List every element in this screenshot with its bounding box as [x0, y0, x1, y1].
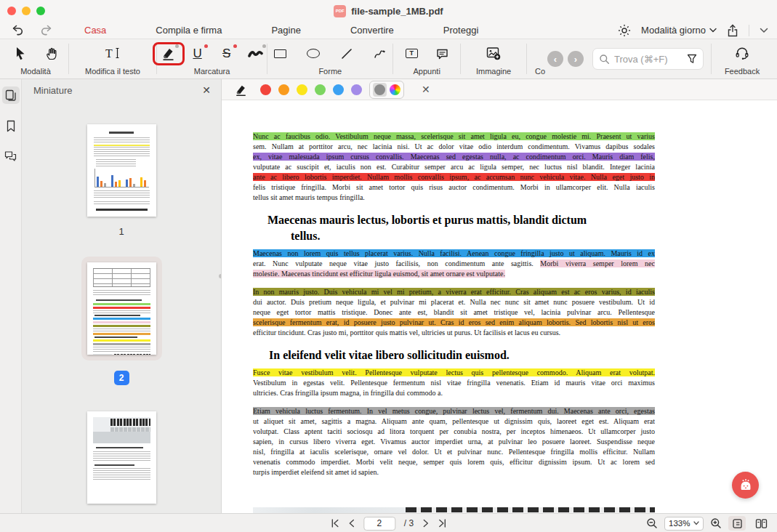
- palette-color-blue[interactable]: [333, 84, 344, 95]
- palette-color-orange[interactable]: [278, 84, 289, 95]
- palette-color-green[interactable]: [315, 84, 326, 95]
- rectangle-shape-tool[interactable]: [270, 44, 289, 63]
- document-viewer: ✕ Nunc ac faucibus odio. Vestibulum nequ…: [222, 79, 777, 513]
- underline-tool[interactable]: U: [188, 44, 207, 63]
- pdf-file-icon: PDF: [334, 5, 346, 17]
- group-label-appunti: Appunti: [414, 67, 440, 76]
- window-title: file-sample_1MB.pdf: [351, 6, 443, 17]
- feedback-headset-icon[interactable]: [733, 44, 752, 63]
- doc-paragraph: Fusce vitae vestibulum velit. Pellentesq…: [253, 368, 655, 398]
- page-number-2-badge: 2: [114, 371, 129, 385]
- zoom-out-icon[interactable]: [646, 517, 658, 529]
- titlebar: PDF file-sample_1MB.pdf: [0, 0, 777, 22]
- toolbar-scroll-left-button[interactable]: ‹: [547, 51, 563, 67]
- first-page-button[interactable]: [330, 519, 339, 528]
- select-cursor-tool[interactable]: [10, 44, 29, 63]
- doc-line: ex, vitae malesuada ipsum cursus convall…: [253, 152, 655, 162]
- toolbar-scroll-right-button[interactable]: ›: [568, 51, 584, 67]
- assistant-robot-button[interactable]: [732, 472, 759, 499]
- squiggly-marker-tool[interactable]: [246, 44, 265, 63]
- doc-line: Nunc ac faucibus odio. Vestibulum neque …: [253, 132, 655, 142]
- sidebar-close-icon[interactable]: ✕: [202, 84, 211, 96]
- zoom-level-dropdown[interactable]: 133%: [664, 517, 704, 531]
- page-thumbnail-2[interactable]: [87, 262, 156, 355]
- brightness-icon: [618, 24, 631, 37]
- two-page-view-button[interactable]: [752, 516, 770, 531]
- group-label-forme: Forme: [318, 67, 342, 76]
- undo-icon[interactable]: [12, 25, 24, 36]
- page-thumbnail-1[interactable]: [87, 124, 156, 217]
- doc-line: neque eget tortor mattis tristique. Done…: [253, 307, 655, 318]
- previous-page-button[interactable]: [348, 519, 355, 528]
- doc-paragraph: In non mauris justo. Duis vehicula mi ve…: [253, 287, 655, 338]
- palette-color-yellow[interactable]: [297, 84, 307, 95]
- edit-text-tool[interactable]: T: [103, 44, 122, 63]
- doc-line: In non mauris justo. Duis vehicula mi ve…: [253, 287, 655, 297]
- search-box[interactable]: [592, 48, 704, 70]
- group-label-immagine: Immagine: [476, 67, 511, 76]
- current-page-input[interactable]: [363, 517, 395, 531]
- text-box-note-tool[interactable]: T: [402, 44, 421, 63]
- strikethrough-tool[interactable]: S: [217, 44, 236, 63]
- palette-color-purple[interactable]: [351, 84, 362, 95]
- svg-text:T: T: [105, 47, 113, 60]
- comment-note-tool[interactable]: [432, 44, 451, 63]
- tab-casa[interactable]: Casa: [81, 23, 109, 37]
- bottom-status-bar: / 3 133%: [0, 513, 777, 532]
- search-input[interactable]: [614, 54, 683, 65]
- share-icon[interactable]: [727, 24, 738, 37]
- left-icon-rail: [0, 79, 22, 513]
- zoom-in-icon[interactable]: [710, 517, 722, 529]
- single-page-view-button[interactable]: [728, 516, 746, 531]
- comments-panel-icon[interactable]: [2, 148, 20, 165]
- search-icon: [599, 54, 610, 65]
- palette-color-gray-selected[interactable]: [374, 84, 385, 95]
- minimize-window-button[interactable]: [22, 7, 31, 15]
- redo-icon[interactable]: [40, 25, 52, 36]
- collapse-toolbar-chevron-icon[interactable]: [760, 28, 768, 33]
- freehand-pencil-tool[interactable]: [371, 44, 390, 63]
- close-window-button[interactable]: [7, 7, 16, 15]
- thumbnails-panel-icon[interactable]: [2, 86, 20, 104]
- ellipse-shape-tool[interactable]: [304, 44, 323, 63]
- doc-line: efficitur tincidunt. Cras justo mi, port…: [253, 328, 655, 338]
- add-image-tool[interactable]: [484, 44, 503, 63]
- display-mode-dropdown[interactable]: Modalità giorno: [641, 25, 717, 36]
- traffic-lights: [7, 7, 45, 15]
- group-label-collegamento-truncated: Co: [535, 67, 545, 76]
- last-page-button[interactable]: [438, 519, 447, 528]
- doc-line: dui auctor. Duis pretium neque ligula, e…: [253, 297, 655, 307]
- highlight-tool[interactable]: [159, 44, 178, 63]
- embedded-photo-top-edge: [253, 507, 655, 513]
- doc-paragraph: Nunc ac faucibus odio. Vestibulum neque …: [253, 132, 655, 203]
- robot-icon: [738, 477, 754, 493]
- filter-funnel-icon[interactable]: [687, 54, 697, 64]
- doc-paragraph: Etiam vehicula luctus fermentum. In vel …: [253, 406, 655, 477]
- zoom-window-button[interactable]: [36, 7, 45, 15]
- hand-pan-tool[interactable]: [42, 44, 61, 63]
- tab-pagine[interactable]: Pagine: [268, 23, 303, 37]
- palette-custom-color-wheel[interactable]: [390, 84, 400, 95]
- tab-bar: CasaCompila e firmaPagineConvertireProte…: [0, 22, 777, 39]
- doc-line: vulputate ac suscipit et, iaculis non es…: [253, 162, 655, 172]
- close-color-toolbar-icon[interactable]: ✕: [422, 84, 430, 95]
- pdf-page[interactable]: Nunc ac faucibus odio. Vestibulum neque …: [222, 100, 777, 513]
- doc-line: ut aliquet sit amet, sagittis a magna. A…: [253, 416, 655, 427]
- tab-proteggi[interactable]: Proteggi: [440, 23, 481, 37]
- line-shape-tool[interactable]: [337, 44, 356, 63]
- doc-line: Fusce vitae vestibulum velit. Pellentesq…: [253, 368, 655, 378]
- doc-line: ante ac libero lobortis imperdiet. Nulla…: [253, 172, 655, 182]
- bookmarks-panel-icon[interactable]: [2, 117, 20, 134]
- next-page-button[interactable]: [422, 519, 429, 528]
- doc-line: nisl, fringilla at iaculis scelerisque, …: [253, 447, 655, 457]
- doc-line: sem. Nullam at porttitor arcu, nec lacin…: [253, 142, 655, 152]
- page-thumbnail-3[interactable]: [87, 411, 156, 504]
- tab-convertire[interactable]: Convertire: [347, 23, 397, 37]
- palette-color-red[interactable]: [260, 84, 271, 95]
- doc-line: erat. Nunc vulputate neque vitae justo f…: [253, 259, 655, 269]
- doc-line: turpis imperdiet eleifend sit amet id sa…: [253, 467, 655, 477]
- main-toolbar: Modalità T Modifica il testo U: [0, 39, 777, 79]
- group-label-modalita: Modalità: [20, 67, 51, 76]
- sidebar-title: Miniature: [33, 85, 72, 96]
- tab-compila-e-firma[interactable]: Compila e firma: [153, 23, 225, 37]
